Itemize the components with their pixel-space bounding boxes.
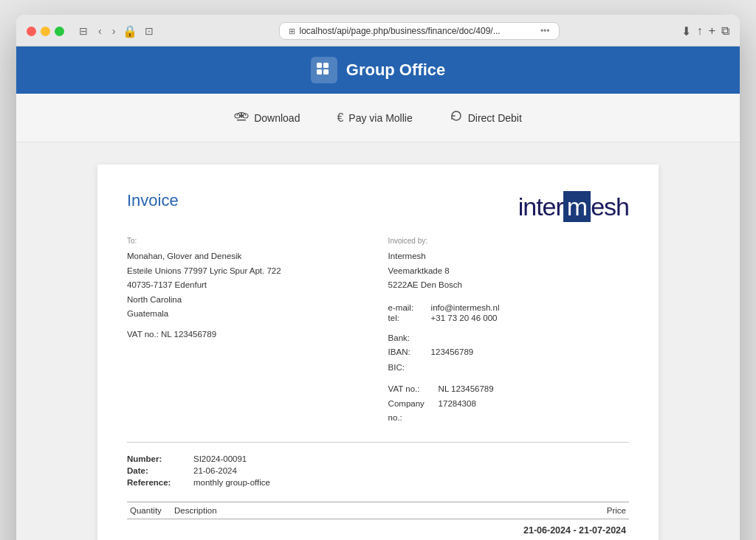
address-bar-container: ⊞ localhost/api/page.php/business/financ…: [164, 22, 673, 40]
supplier-vat-value: NL 123456789: [439, 382, 629, 395]
invoice-reference: monthly group-office: [193, 478, 629, 487]
price-header: Price: [570, 502, 629, 519]
address-row: To: Monahan, Glover and Denesik Esteile …: [127, 237, 629, 424]
app-logo: [311, 57, 337, 83]
invoice-number: SI2024-00091: [193, 454, 629, 463]
qty-header: Quantity: [127, 502, 171, 519]
to-label: To:: [127, 237, 368, 245]
supplier-address-col: Invoiced by: Intermesh Veemarktkade 8 52…: [388, 237, 629, 424]
tab-overview-icon[interactable]: ⧉: [721, 24, 729, 38]
more-icon: •••: [540, 26, 550, 36]
supplier-addr1: Veemarktkade 8: [388, 264, 629, 279]
supplier-address: Intermesh Veemarktkade 8 5222AE Den Bosc…: [388, 249, 629, 293]
items-table: Quantity Description Price 21-06-2024 - …: [127, 502, 629, 540]
email-label: e-mail:: [388, 303, 425, 312]
bic-label: BIC:: [388, 361, 425, 375]
supplier-name: Intermesh: [388, 249, 629, 264]
svg-rect-0: [317, 63, 322, 68]
supplier-email: info@intermesh.nl: [431, 303, 629, 312]
download-button[interactable]: Download: [227, 104, 307, 131]
tel-label: tel:: [388, 314, 425, 322]
maximize-button[interactable]: [55, 27, 64, 36]
client-vat: VAT no.: NL 123456789: [127, 328, 368, 342]
app-title: Group Office: [346, 60, 445, 80]
bank-info: Bank: IBAN: 123456789 BIC:: [388, 331, 629, 375]
company-value: 17284308: [439, 397, 629, 410]
iban-label: IBAN:: [388, 345, 425, 360]
calendar-button[interactable]: ⊡: [142, 24, 157, 38]
direct-debit-button[interactable]: Direct Debit: [442, 105, 529, 131]
period-row: 21-06-2024 - 21-07-2024: [127, 519, 629, 539]
supplier-vat-label: VAT no.:: [388, 382, 433, 395]
address-bar[interactable]: ⊞ localhost/api/page.php/business/financ…: [279, 22, 560, 40]
invoice-content: Invoice intermesh To: Monahan, Glover an…: [16, 142, 740, 540]
close-button[interactable]: [27, 27, 36, 36]
debit-label: Direct Debit: [468, 112, 522, 124]
browser-window: ⊟ ‹ › 🔒 ⊡ ⊞ localhost/api/page.php/busin…: [16, 15, 740, 540]
invoice-date: 21-06-2024: [193, 466, 629, 475]
bank-grid: IBAN: 123456789 BIC:: [388, 345, 629, 375]
supplier-tel: +31 73 20 46 000: [431, 314, 629, 322]
refresh-icon: [450, 109, 463, 126]
vat-grid: VAT no.: NL 123456789 Company 17284308 n…: [388, 382, 629, 424]
url-text: localhost/api/page.php/business/finance/…: [300, 26, 501, 36]
action-toolbar: Download € Pay via Mollie Direct Debit: [16, 94, 740, 142]
number-label: Number:: [127, 454, 186, 463]
browser-chrome: ⊟ ‹ › 🔒 ⊡ ⊞ localhost/api/page.php/busin…: [16, 15, 740, 46]
back-button[interactable]: ‹: [95, 24, 105, 38]
client-addr1: Esteile Unions 77997 Lyric Spur Apt. 722: [127, 264, 368, 279]
divider-1: [127, 442, 629, 443]
reference-label: Reference:: [127, 478, 186, 487]
window-layout-button[interactable]: ⊟: [76, 24, 91, 38]
contact-info: e-mail: info@intermesh.nl tel: +31 73 20…: [388, 303, 629, 322]
period-value: 21-06-2024 - 21-07-2024: [127, 519, 629, 539]
app-header: Group Office: [16, 46, 740, 94]
page-icon: ⊞: [289, 27, 295, 36]
invoice-paper: Invoice intermesh To: Monahan, Glover an…: [97, 165, 659, 540]
table-body: 21-06-2024 - 21-07-2024 1.00 Group-Offic…: [127, 519, 629, 540]
desc-header: Description: [171, 502, 570, 519]
meta-grid: Number: SI2024-00091 Date: 21-06-2024 Re…: [127, 454, 629, 487]
company-label: Company: [388, 397, 433, 410]
client-country: Guatemala: [127, 307, 368, 322]
download-icon[interactable]: ⬇: [681, 24, 691, 38]
invoice-header-row: Invoice intermesh: [127, 191, 629, 222]
lock-icon: 🔒: [123, 24, 137, 38]
iban-value: 123456789: [431, 345, 629, 360]
invoice-title: Invoice: [127, 191, 179, 210]
no-value: [439, 411, 629, 424]
client-address-col: To: Monahan, Glover and Denesik Esteile …: [127, 237, 368, 424]
browser-right-controls: ⬇ ↑ + ⧉: [681, 24, 729, 38]
supplier-addr2: 5222AE Den Bosch: [388, 278, 629, 293]
client-name: Monahan, Glover and Denesik: [127, 249, 368, 264]
client-address: Monahan, Glover and Denesik Esteile Unio…: [127, 249, 368, 342]
bank-label: Bank:: [388, 331, 629, 346]
forward-button[interactable]: ›: [109, 24, 119, 38]
download-cloud-icon: [234, 108, 249, 127]
pay-mollie-button[interactable]: € Pay via Mollie: [329, 107, 419, 129]
euro-icon: €: [337, 111, 343, 125]
vat-info: VAT no.: NL 123456789 Company 17284308 n…: [388, 382, 629, 424]
download-label: Download: [254, 112, 300, 124]
traffic-lights: [27, 27, 64, 36]
svg-rect-3: [323, 69, 329, 75]
svg-rect-1: [323, 63, 329, 68]
client-addr2: 40735-7137 Edenfurt: [127, 278, 368, 293]
new-tab-icon[interactable]: +: [709, 24, 715, 38]
client-addr3: North Carolina: [127, 293, 368, 308]
svg-rect-2: [317, 69, 322, 75]
share-icon[interactable]: ↑: [697, 24, 703, 38]
date-label: Date:: [127, 466, 186, 475]
invoiced-by-label: Invoiced by:: [388, 237, 629, 245]
minimize-button[interactable]: [41, 27, 50, 36]
bic-value: [431, 361, 629, 375]
table-header: Quantity Description Price: [127, 502, 629, 519]
company-logo: intermesh: [518, 191, 629, 222]
no-label: no.:: [388, 411, 433, 424]
browser-controls: ⊟ ‹ › 🔒 ⊡: [76, 24, 157, 38]
pay-label: Pay via Mollie: [348, 112, 412, 124]
invoice-meta: Number: SI2024-00091 Date: 21-06-2024 Re…: [127, 454, 629, 487]
